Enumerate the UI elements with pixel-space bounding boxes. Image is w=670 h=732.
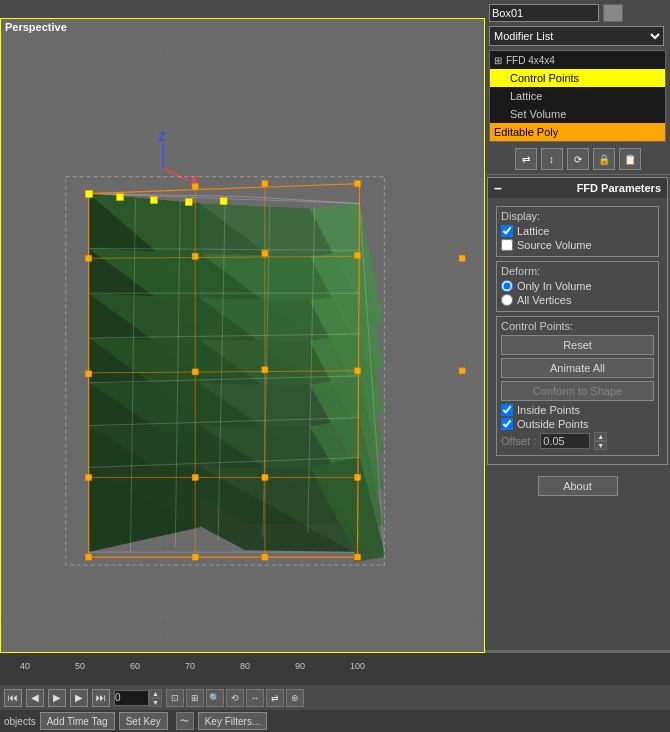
tick-90: 90 bbox=[295, 661, 305, 671]
panel-icon-3[interactable]: ⟳ bbox=[567, 148, 589, 170]
stack-lattice-label: Lattice bbox=[510, 90, 542, 102]
source-volume-label: Source Volume bbox=[517, 239, 592, 251]
outside-points-checkbox[interactable] bbox=[501, 418, 513, 430]
bottom-icon-4[interactable]: ⟲ bbox=[226, 689, 244, 707]
stack-set-volume-label: Set Volume bbox=[510, 108, 566, 120]
modifier-list-select[interactable]: Modifier List bbox=[489, 26, 664, 46]
modifier-stack: ⊞ FFD 4x4x4 Control Points Lattice Set V… bbox=[489, 50, 666, 142]
deform-label: Deform: bbox=[501, 265, 654, 277]
key-filters-button[interactable]: Key Filters... bbox=[198, 712, 268, 730]
source-volume-checkbox[interactable] bbox=[501, 239, 513, 251]
bottom-icon-2[interactable]: ⊞ bbox=[186, 689, 204, 707]
about-section: About bbox=[485, 467, 670, 505]
offset-input[interactable] bbox=[540, 433, 590, 449]
svg-rect-58 bbox=[355, 181, 361, 187]
display-label: Display: bbox=[501, 210, 654, 222]
svg-rect-75 bbox=[185, 199, 192, 206]
stack-item-set-volume[interactable]: Set Volume bbox=[490, 105, 665, 123]
offset-row: Offset : ▲ ▼ bbox=[501, 432, 654, 450]
frame-input[interactable]: 0 bbox=[114, 690, 149, 706]
tick-40: 40 bbox=[20, 661, 30, 671]
frame-spin-down[interactable]: ▼ bbox=[149, 698, 162, 707]
tick-100: 100 bbox=[350, 661, 365, 671]
curve-icon[interactable]: 〜 bbox=[176, 712, 194, 730]
stack-ffd-label: FFD 4x4x4 bbox=[506, 55, 555, 66]
outside-points-row: Outside Points bbox=[501, 418, 654, 430]
prev-frame-button[interactable]: ◀ bbox=[26, 689, 44, 707]
offset-spin[interactable]: ▲ ▼ bbox=[594, 432, 607, 450]
panel-icon-2[interactable]: ↕ bbox=[541, 148, 563, 170]
deform-section: Deform: Only In Volume All Vertices bbox=[496, 261, 659, 312]
frame-spinbox: 0 ▲ ▼ bbox=[114, 689, 162, 707]
ffd-panel-header[interactable]: – FFD Parameters bbox=[488, 178, 667, 198]
about-button[interactable]: About bbox=[538, 476, 618, 496]
add-time-tag-button[interactable]: Add Time Tag bbox=[40, 712, 115, 730]
animate-all-button[interactable]: Animate All bbox=[501, 358, 654, 378]
svg-rect-82 bbox=[86, 474, 92, 480]
inside-points-row: Inside Points bbox=[501, 404, 654, 416]
ruler: 40 50 60 70 80 90 100 bbox=[0, 653, 670, 671]
object-name-row bbox=[485, 2, 670, 24]
next-frame-button[interactable]: ▶ bbox=[70, 689, 88, 707]
only-in-volume-radio[interactable] bbox=[501, 280, 513, 292]
bottom-icon-7[interactable]: ⊛ bbox=[286, 689, 304, 707]
bottom-icon-6[interactable]: ⇄ bbox=[266, 689, 284, 707]
stack-item-control-points[interactable]: Control Points bbox=[490, 69, 665, 87]
ffd-panel-title: FFD Parameters bbox=[577, 182, 661, 194]
spin-down[interactable]: ▼ bbox=[594, 441, 607, 450]
tick-50: 50 bbox=[75, 661, 85, 671]
svg-rect-81 bbox=[192, 474, 198, 480]
svg-line-4 bbox=[163, 169, 188, 181]
frame-spin-up[interactable]: ▲ bbox=[149, 689, 162, 698]
stack-item-editable-poly[interactable]: Editable Poly bbox=[490, 123, 665, 141]
panel-icon-5[interactable]: 📋 bbox=[619, 148, 641, 170]
bottom-icons: ⊡ ⊞ 🔍 ⟲ ↔ ⇄ ⊛ bbox=[166, 689, 304, 707]
svg-rect-60 bbox=[192, 253, 198, 259]
go-start-button[interactable]: ⏮ bbox=[4, 689, 22, 707]
source-volume-row: Source Volume bbox=[501, 239, 654, 251]
control-bar: ⏮ ◀ ▶ ▶ ⏭ 0 ▲ ▼ ⊡ ⊞ 🔍 ⟲ ↔ ⇄ ⊛ bbox=[0, 685, 670, 710]
svg-rect-64 bbox=[192, 369, 198, 375]
ffd-panel: – FFD Parameters Display: Lattice Source… bbox=[487, 177, 668, 465]
all-vertices-radio[interactable] bbox=[501, 294, 513, 306]
bottom-bar: objects Add Time Tag Set Key 〜 Key Filte… bbox=[0, 710, 670, 732]
object-name-input[interactable] bbox=[489, 4, 599, 22]
lattice-label: Lattice bbox=[517, 225, 549, 237]
frame-spin-arrows[interactable]: ▲ ▼ bbox=[149, 689, 162, 707]
reset-button[interactable]: Reset bbox=[501, 335, 654, 355]
modifier-list-row: Modifier List bbox=[485, 24, 670, 48]
svg-rect-76 bbox=[220, 198, 227, 205]
spin-up[interactable]: ▲ bbox=[594, 432, 607, 441]
set-key-button[interactable]: Set Key bbox=[119, 712, 168, 730]
svg-rect-66 bbox=[355, 368, 361, 374]
tick-80: 80 bbox=[240, 661, 250, 671]
svg-rect-77 bbox=[459, 255, 465, 261]
stack-item-lattice[interactable]: Lattice bbox=[490, 87, 665, 105]
panel-icon-4[interactable]: 🔒 bbox=[593, 148, 615, 170]
conform-button[interactable]: Conform to Shape bbox=[501, 381, 654, 401]
svg-rect-65 bbox=[262, 367, 268, 373]
lattice-checkbox[interactable] bbox=[501, 225, 513, 237]
bottom-icon-1[interactable]: ⊡ bbox=[166, 689, 184, 707]
panel-icon-1[interactable]: ⇄ bbox=[515, 148, 537, 170]
svg-text:Z: Z bbox=[158, 130, 165, 144]
inside-points-checkbox[interactable] bbox=[501, 404, 513, 416]
svg-rect-70 bbox=[355, 554, 361, 560]
color-swatch[interactable] bbox=[603, 4, 623, 22]
viewport: Perspective Z X bbox=[0, 18, 485, 653]
svg-rect-61 bbox=[262, 250, 268, 256]
svg-rect-74 bbox=[150, 197, 157, 204]
go-end-button[interactable]: ⏭ bbox=[92, 689, 110, 707]
svg-rect-63 bbox=[86, 371, 92, 377]
svg-rect-62 bbox=[355, 252, 361, 258]
right-panel: Modifier List ⊞ FFD 4x4x4 Control Points… bbox=[485, 0, 670, 650]
play-button[interactable]: ▶ bbox=[48, 689, 66, 707]
stack-item-ffd[interactable]: ⊞ FFD 4x4x4 bbox=[490, 51, 665, 69]
display-section: Display: Lattice Source Volume bbox=[496, 206, 659, 257]
svg-rect-79 bbox=[355, 474, 361, 480]
bottom-icon-3[interactable]: 🔍 bbox=[206, 689, 224, 707]
svg-rect-57 bbox=[262, 181, 268, 187]
bottom-icon-5[interactable]: ↔ bbox=[246, 689, 264, 707]
panel-icons: ⇄ ↕ ⟳ 🔒 📋 bbox=[485, 144, 670, 175]
tick-60: 60 bbox=[130, 661, 140, 671]
